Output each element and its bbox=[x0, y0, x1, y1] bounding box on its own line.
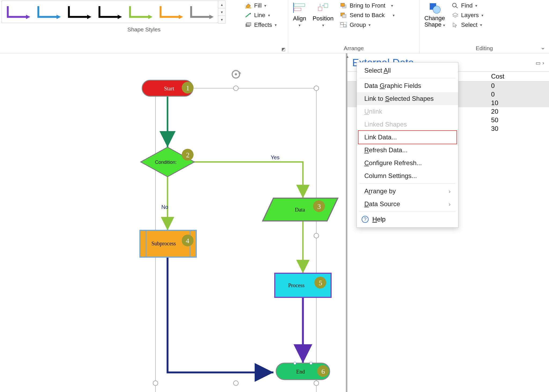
svg-point-18 bbox=[433, 6, 440, 13]
gallery-up-button[interactable]: ▴ bbox=[218, 1, 225, 8]
svg-point-52 bbox=[310, 362, 312, 365]
position-button[interactable]: Position▾ bbox=[309, 1, 337, 35]
svg-point-26 bbox=[153, 381, 158, 386]
line-label: Line bbox=[254, 12, 265, 19]
shape-condition[interactable]: Condition: 2 bbox=[141, 147, 194, 177]
cm-help[interactable]: ? Help bbox=[357, 213, 458, 226]
fill-button[interactable]: Fill▾ bbox=[243, 2, 278, 10]
svg-point-25 bbox=[314, 233, 319, 238]
style-swatch-5[interactable] bbox=[156, 2, 186, 21]
send-back-label: Send to Back bbox=[350, 12, 385, 19]
shape-data[interactable]: Data 3 bbox=[263, 198, 338, 221]
cm-configure[interactable]: Configure Refresh... bbox=[357, 157, 458, 169]
shape-start[interactable]: Start 1 bbox=[142, 80, 194, 96]
shape-styles-label: Shape Styles bbox=[127, 25, 161, 33]
change-shape-label1: Change bbox=[424, 15, 445, 21]
shape-end[interactable]: End 6 bbox=[276, 362, 330, 380]
shape-process[interactable]: Process 5 bbox=[275, 273, 331, 297]
change-shape-icon bbox=[428, 2, 442, 14]
svg-text:4: 4 bbox=[186, 237, 189, 245]
cm-link-selected[interactable]: Link to Selected Shapes bbox=[357, 92, 458, 105]
svg-point-30 bbox=[235, 73, 237, 75]
send-to-back-button[interactable]: Send to Back▾ bbox=[339, 11, 396, 19]
bring-to-front-button[interactable]: Bring to Front▾ bbox=[339, 2, 396, 10]
layers-button[interactable]: Layers▾ bbox=[450, 11, 484, 19]
cm-link-data[interactable]: Link Data... bbox=[358, 130, 457, 144]
style-swatch-3[interactable] bbox=[95, 2, 125, 21]
select-button[interactable]: Select▾ bbox=[450, 21, 484, 29]
rotation-handle-icon[interactable] bbox=[232, 71, 241, 78]
end-label: End bbox=[296, 369, 305, 375]
workspace: Yes No Start 1 Condition: 2 Data 3 bbox=[0, 53, 549, 392]
shape-styles-dialog-launcher[interactable]: ◩ bbox=[280, 46, 286, 52]
shape-subprocess[interactable]: Subprocess 4 bbox=[140, 230, 196, 257]
line-button[interactable]: Line▾ bbox=[243, 11, 278, 19]
select-label: Select bbox=[461, 21, 477, 28]
cm-select-all[interactable]: Select All bbox=[357, 64, 458, 77]
svg-rect-3 bbox=[294, 4, 305, 6]
cm-column-settings[interactable]: Column Settings... bbox=[357, 169, 458, 182]
align-icon bbox=[293, 2, 306, 14]
change-shape-button[interactable]: Change Shape ▾ bbox=[421, 1, 448, 35]
effects-button[interactable]: Effects▾ bbox=[243, 21, 278, 29]
fill-label: Fill bbox=[254, 2, 262, 9]
svg-rect-0 bbox=[245, 8, 251, 8]
style-swatch-1[interactable] bbox=[34, 2, 64, 21]
cm-refresh[interactable]: Refresh Data... bbox=[357, 144, 458, 157]
gallery-scroll: ▴ ▾ ▾ bbox=[218, 1, 225, 24]
ribbon-collapse-button[interactable]: ⌄ bbox=[540, 44, 545, 51]
svg-rect-13 bbox=[342, 14, 346, 18]
svg-point-23 bbox=[314, 86, 319, 91]
svg-point-19 bbox=[452, 3, 456, 7]
context-menu: Select All Data Graphic Fields Link to S… bbox=[357, 62, 458, 228]
effects-icon bbox=[244, 22, 252, 28]
group-shape-styles: ▴ ▾ ▾ Shape Styles ◩ Fill▾ Line▾ bbox=[0, 0, 288, 53]
gallery-down-button[interactable]: ▾ bbox=[218, 8, 225, 16]
svg-rect-7 bbox=[324, 4, 328, 8]
group-label: Group bbox=[350, 21, 366, 28]
panel-collapse-icon[interactable]: ▴ bbox=[346, 54, 348, 59]
send-back-icon bbox=[340, 12, 347, 19]
drawing-canvas[interactable]: Yes No Start 1 Condition: 2 Data 3 bbox=[0, 53, 346, 392]
panel-close-icon[interactable]: › bbox=[542, 60, 544, 66]
subprocess-label: Subprocess bbox=[151, 241, 176, 247]
svg-text:5: 5 bbox=[319, 279, 322, 287]
cm-data-graphic[interactable]: Data Graphic Fields bbox=[357, 79, 458, 92]
editing-group-label: Editing bbox=[421, 44, 547, 52]
svg-text:1: 1 bbox=[186, 84, 190, 92]
group-button[interactable]: Group▾ bbox=[339, 21, 396, 29]
edge-yes-label: Yes bbox=[271, 154, 280, 160]
style-swatch-2[interactable] bbox=[65, 2, 94, 21]
svg-text:6: 6 bbox=[321, 368, 325, 375]
svg-rect-15 bbox=[343, 25, 346, 27]
find-button[interactable]: Find▾ bbox=[450, 2, 484, 10]
align-button[interactable]: Align▾ bbox=[290, 1, 309, 35]
position-label: Position bbox=[313, 15, 333, 22]
gallery-more-button[interactable]: ▾ bbox=[218, 16, 225, 23]
svg-point-27 bbox=[233, 381, 238, 386]
effects-label: Effects bbox=[254, 21, 272, 28]
style-swatch-4[interactable] bbox=[126, 2, 155, 21]
line-icon bbox=[244, 12, 252, 19]
edge-no-label: No bbox=[161, 204, 168, 210]
cm-unlink: Unlink bbox=[357, 105, 458, 118]
position-icon bbox=[317, 2, 329, 14]
col-cost[interactable]: Cost bbox=[487, 72, 533, 82]
layers-icon bbox=[451, 12, 459, 19]
change-shape-label2: Shape bbox=[424, 21, 442, 28]
cm-arrange-by[interactable]: Arrange by› bbox=[357, 185, 458, 198]
gallery-items[interactable] bbox=[2, 1, 218, 23]
layers-label: Layers bbox=[461, 12, 479, 19]
arrange-group-label: Arrange bbox=[290, 44, 418, 52]
bring-front-label: Bring to Front bbox=[350, 2, 385, 9]
fill-icon bbox=[244, 2, 252, 9]
style-swatch-0[interactable] bbox=[3, 2, 33, 21]
panel-window-icon[interactable]: ▭ bbox=[536, 60, 541, 66]
svg-point-22 bbox=[233, 86, 238, 91]
cm-data-source[interactable]: Data Source› bbox=[357, 198, 458, 210]
svg-line-20 bbox=[456, 6, 458, 8]
find-icon bbox=[451, 2, 459, 9]
style-swatch-6[interactable] bbox=[187, 2, 216, 21]
svg-rect-11 bbox=[341, 3, 344, 6]
svg-point-28 bbox=[314, 381, 319, 386]
